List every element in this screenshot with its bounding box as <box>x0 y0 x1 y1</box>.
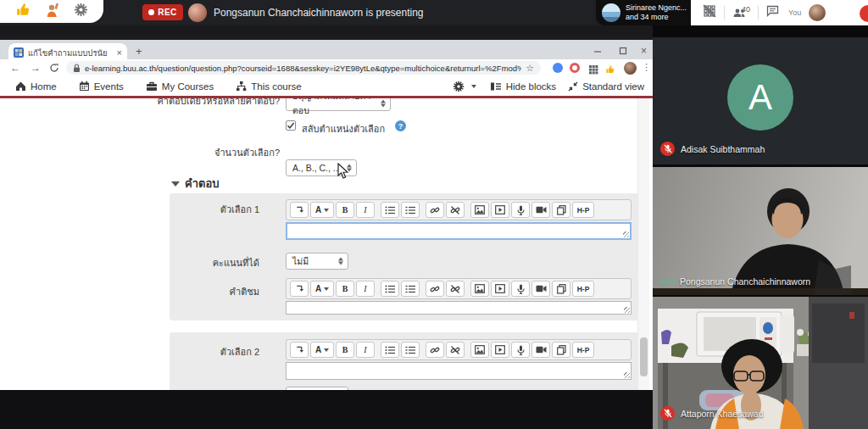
toolbar-record-audio-button[interactable] <box>511 281 530 297</box>
toolbar-record-video-button[interactable] <box>531 281 550 297</box>
nav-this-course[interactable]: This course <box>236 81 301 92</box>
toolbar-managefiles-button[interactable] <box>552 202 570 218</box>
single-multi-select[interactable]: อนุญาตให้มีหลายคำตอบ <box>286 98 391 111</box>
toolbar-ordered-list-button[interactable] <box>401 281 420 297</box>
toolbar-managefiles-button[interactable] <box>552 281 570 297</box>
briefcase-icon <box>146 81 158 92</box>
shuffle-checkbox[interactable] <box>286 120 296 131</box>
choice1-textarea[interactable] <box>286 222 632 240</box>
video-tile-pongsanun[interactable]: Pongsanun Chanchaichinnaworn <box>653 167 868 295</box>
nav-hide-blocks[interactable]: Hide blocks <box>490 81 556 92</box>
extension-red-icon[interactable] <box>570 63 580 73</box>
toolbar-media-button[interactable] <box>491 202 509 218</box>
browser-menu-icon[interactable]: ⋮ <box>642 62 651 73</box>
toolbar-image-button[interactable] <box>470 202 489 218</box>
editor-toolbar: A B I H- <box>286 199 632 220</box>
feedback-textarea[interactable] <box>286 301 632 315</box>
window-minimize-button[interactable] <box>593 47 602 57</box>
video-tile-adisak[interactable]: A Adisak Suibthammah <box>653 37 868 164</box>
toolbar-format-button[interactable]: A <box>310 342 334 358</box>
toolbar-media-button[interactable] <box>491 342 509 358</box>
new-tab-button[interactable]: + <box>136 45 142 58</box>
toolbar-collapse-button[interactable] <box>290 342 309 358</box>
toolbar-unlink-button[interactable] <box>446 281 465 297</box>
nav-standard-view[interactable]: Standard view <box>568 81 644 92</box>
toolbar-format-button[interactable]: A <box>310 202 334 218</box>
toolbar-ordered-list-button[interactable] <box>401 202 420 218</box>
window-close-button[interactable]: × <box>641 47 647 55</box>
extension-blue-icon[interactable] <box>553 63 563 73</box>
nav-home[interactable]: Home <box>15 81 57 92</box>
toolbar-italic-button[interactable]: I <box>356 342 375 358</box>
chevron-down-icon <box>324 348 329 352</box>
select-caret-icon <box>338 258 343 265</box>
answers-header-label: คำตอบ <box>185 175 220 192</box>
people-button[interactable]: 40 <box>732 7 750 19</box>
toolbar-unlink-button[interactable] <box>446 342 465 358</box>
browser-profile-avatar[interactable] <box>624 62 637 75</box>
toolbar-image-button[interactable] <box>470 342 489 358</box>
url-bar[interactable]: e-learning.buu.ac.th/question/question.p… <box>66 61 541 75</box>
toolbar-bold-button[interactable]: B <box>336 281 354 297</box>
grid-view-off-icon[interactable] <box>703 4 716 21</box>
resize-grip[interactable] <box>624 307 630 313</box>
toolbar-h5p-button[interactable]: H-P <box>572 342 594 358</box>
gear-icon[interactable] <box>74 3 88 20</box>
window-maximize-button[interactable] <box>619 47 627 57</box>
divider <box>724 6 725 20</box>
nav-admin-gear[interactable] <box>453 81 476 92</box>
tab-close-icon[interactable]: × <box>117 47 122 58</box>
h5p-letters: H-P <box>577 346 590 354</box>
answers-section-header[interactable]: คำตอบ <box>171 175 220 192</box>
raise-hand-icon[interactable] <box>44 2 60 21</box>
single-multi-label: คำตอบเดียวหรือหลายคำตอบ? <box>100 98 280 107</box>
toolbar-record-video-button[interactable] <box>531 342 550 358</box>
participant-name-row: Pongsanun Chanchaichinnaworn <box>660 276 810 287</box>
grade-label: คะแนนที่ได้ <box>170 258 259 269</box>
thumbs-up-icon[interactable] <box>15 2 31 21</box>
toolbar-h5p-button[interactable]: H-P <box>572 281 594 297</box>
toolbar-managefiles-button[interactable] <box>552 342 570 358</box>
url-text: e-learning.buu.ac.th/question/question.p… <box>85 64 521 73</box>
participant-name: Pongsanun Chanchaichinnaworn <box>680 276 810 287</box>
video-tile-attaporn[interactable]: Attaporn Khaesawad <box>653 297 868 429</box>
toolbar-record-audio-button[interactable] <box>511 202 530 218</box>
nav-this-course-label: This course <box>251 81 301 92</box>
forward-button[interactable]: → <box>31 62 41 74</box>
toolbar-link-button[interactable] <box>426 342 444 358</box>
back-button[interactable]: ← <box>10 62 20 74</box>
toolbar-format-button[interactable]: A <box>310 281 334 297</box>
resize-grip[interactable] <box>623 231 629 237</box>
nav-events[interactable]: Events <box>79 81 124 92</box>
toolbar-unlink-button[interactable] <box>446 202 465 218</box>
toolbar-unordered-list-button[interactable] <box>381 342 399 358</box>
resize-grip[interactable] <box>624 372 630 378</box>
toolbar-collapse-button[interactable] <box>290 281 309 297</box>
reload-button[interactable] <box>49 63 59 75</box>
toolbar-link-button[interactable] <box>426 281 444 297</box>
toolbar-h5p-button[interactable]: H-P <box>572 202 594 218</box>
help-icon[interactable]: ? <box>395 120 406 131</box>
grade-select[interactable]: ไม่มี <box>286 253 348 270</box>
nav-my-courses[interactable]: My Courses <box>146 81 214 92</box>
toolbar-italic-button[interactable]: I <box>356 202 375 218</box>
bookmark-star-icon[interactable]: ☆ <box>526 63 534 74</box>
toolbar-media-button[interactable] <box>491 281 509 297</box>
toolbar-record-audio-button[interactable] <box>511 342 530 358</box>
toolbar-unordered-list-button[interactable] <box>381 202 399 218</box>
scrollbar-thumb[interactable] <box>640 337 648 376</box>
choice2-textarea[interactable] <box>286 362 632 380</box>
toolbar-bold-button[interactable]: B <box>336 202 354 218</box>
participants-summary[interactable]: Sirinaree Ngenc... and 34 more <box>596 0 691 25</box>
toolbar-italic-button[interactable]: I <box>356 281 375 297</box>
toolbar-image-button[interactable] <box>470 281 489 297</box>
toolbar-link-button[interactable] <box>426 202 444 218</box>
leave-call-button[interactable] <box>860 5 868 22</box>
toolbar-ordered-list-button[interactable] <box>401 342 420 358</box>
toolbar-collapse-button[interactable] <box>290 202 309 218</box>
toolbar-unordered-list-button[interactable] <box>381 281 399 297</box>
toolbar-record-video-button[interactable] <box>531 202 550 218</box>
chat-icon[interactable] <box>766 5 779 20</box>
toolbar-bold-button[interactable]: B <box>336 342 354 358</box>
page-scrollbar[interactable] <box>637 98 649 390</box>
